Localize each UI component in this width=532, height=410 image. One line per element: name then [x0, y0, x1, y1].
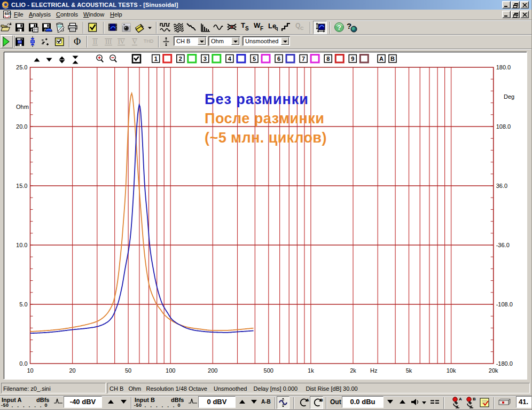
svg-text:1: 1 [154, 56, 158, 62]
svg-text:2: 2 [179, 56, 182, 62]
svg-text:F: F [260, 26, 263, 31]
svg-text:-180.0: -180.0 [496, 360, 513, 367]
svg-text:108.0: 108.0 [496, 123, 511, 130]
svg-text:2k: 2k [350, 367, 356, 374]
svg-text:10.0: 10.0 [16, 242, 27, 248]
svg-text:7: 7 [302, 56, 305, 62]
svg-text:20.0: 20.0 [16, 123, 27, 130]
svg-text:S: S [245, 26, 249, 31]
svg-text:4: 4 [228, 56, 232, 62]
svg-text:A: A [306, 398, 309, 403]
svg-text:50: 50 [125, 367, 131, 374]
svg-text:1k: 1k [308, 367, 314, 374]
svg-text:Ohm: Ohm [16, 104, 29, 110]
svg-text:A: A [379, 56, 384, 62]
svg-text:20: 20 [69, 367, 75, 374]
svg-text:10k: 10k [447, 367, 456, 374]
svg-text:B: B [473, 397, 476, 401]
svg-text:500: 500 [264, 367, 273, 374]
svg-text:-108.0: -108.0 [496, 301, 513, 308]
svg-text:5k: 5k [406, 367, 412, 374]
svg-text:C: C [300, 26, 304, 31]
svg-text:A: A [459, 397, 462, 401]
svg-text:100: 100 [166, 367, 175, 374]
svg-text:-36.0: -36.0 [496, 242, 510, 248]
svg-text:180.0: 180.0 [496, 64, 511, 70]
svg-text:25.0: 25.0 [16, 64, 27, 70]
svg-text:q: q [275, 26, 278, 31]
svg-text:Без разминки: Без разминки [205, 91, 309, 107]
svg-text:B: B [390, 56, 395, 62]
svg-text:10: 10 [27, 367, 33, 374]
svg-text:Hz: Hz [370, 367, 377, 374]
svg-text:Deg: Deg [504, 93, 514, 100]
svg-text:36.0: 36.0 [496, 183, 507, 189]
svg-text:6: 6 [277, 56, 280, 62]
svg-text:3: 3 [204, 56, 207, 62]
svg-text:8: 8 [326, 56, 330, 62]
svg-text:После разминки: После разминки [205, 111, 324, 127]
svg-text:5: 5 [253, 56, 256, 62]
svg-text:9: 9 [351, 56, 354, 62]
svg-text:Q: Q [295, 22, 300, 29]
svg-text:(~5 млн. циклов): (~5 млн. циклов) [205, 130, 327, 146]
svg-text:0.0: 0.0 [19, 360, 27, 367]
svg-text:B: B [320, 398, 323, 403]
svg-text:5.0: 5.0 [19, 301, 27, 308]
svg-text:15.0: 15.0 [16, 183, 27, 189]
svg-text:20k: 20k [489, 367, 498, 374]
svg-text:Φ: Φ [74, 36, 81, 47]
svg-text:200: 200 [208, 367, 217, 374]
svg-text:T: T [241, 21, 245, 29]
svg-text:?: ? [337, 23, 341, 31]
